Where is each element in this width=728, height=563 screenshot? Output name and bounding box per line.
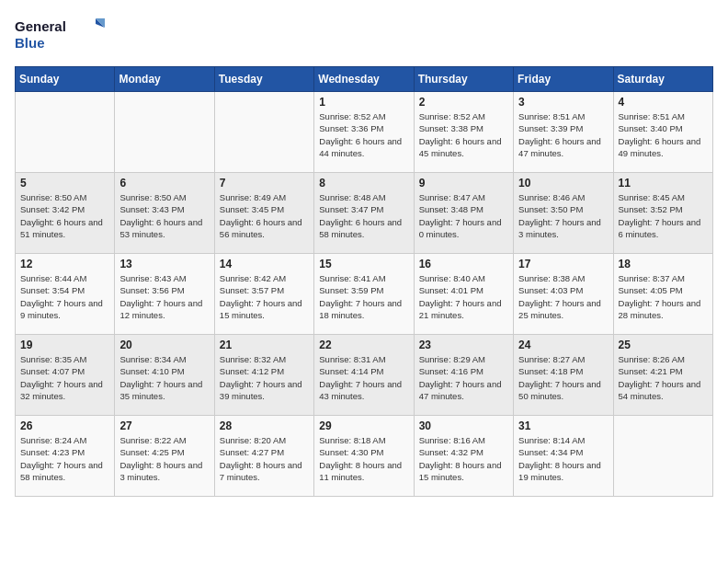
calendar-cell: 14Sunrise: 8:42 AMSunset: 3:57 PMDayligh… xyxy=(214,254,313,335)
header-tuesday: Tuesday xyxy=(214,67,313,92)
day-info: Sunrise: 8:47 AMSunset: 3:48 PMDaylight:… xyxy=(419,191,508,240)
calendar-week-2: 5Sunrise: 8:50 AMSunset: 3:42 PMDaylight… xyxy=(16,173,713,254)
day-number: 6 xyxy=(119,177,209,190)
day-info: Sunrise: 8:37 AMSunset: 4:05 PMDaylight:… xyxy=(619,272,708,321)
calendar-cell: 13Sunrise: 8:43 AMSunset: 3:56 PMDayligh… xyxy=(115,254,214,335)
day-info: Sunrise: 8:29 AMSunset: 4:16 PMDaylight:… xyxy=(419,353,508,402)
day-info: Sunrise: 8:52 AMSunset: 3:38 PMDaylight:… xyxy=(419,110,508,159)
day-number: 17 xyxy=(518,258,608,270)
day-info: Sunrise: 8:50 AMSunset: 3:42 PMDaylight:… xyxy=(20,191,109,240)
calendar-cell: 23Sunrise: 8:29 AMSunset: 4:16 PMDayligh… xyxy=(414,335,513,416)
day-info: Sunrise: 8:44 AMSunset: 3:54 PMDaylight:… xyxy=(20,272,109,321)
calendar-cell: 30Sunrise: 8:16 AMSunset: 4:32 PMDayligh… xyxy=(414,416,513,497)
day-info: Sunrise: 8:32 AMSunset: 4:12 PMDaylight:… xyxy=(220,353,309,402)
svg-text:General: General xyxy=(15,18,66,34)
day-number: 27 xyxy=(119,419,209,432)
day-info: Sunrise: 8:42 AMSunset: 3:57 PMDaylight:… xyxy=(220,272,309,321)
calendar-cell: 19Sunrise: 8:35 AMSunset: 4:07 PMDayligh… xyxy=(16,335,115,416)
page-header: General Blue xyxy=(15,15,713,55)
calendar-cell xyxy=(214,92,313,173)
header-friday: Friday xyxy=(514,67,613,92)
day-number: 24 xyxy=(518,339,608,351)
day-info: Sunrise: 8:46 AMSunset: 3:50 PMDaylight:… xyxy=(518,191,608,240)
day-info: Sunrise: 8:31 AMSunset: 4:14 PMDaylight:… xyxy=(319,353,408,402)
header-wednesday: Wednesday xyxy=(314,67,414,92)
calendar-cell: 25Sunrise: 8:26 AMSunset: 4:21 PMDayligh… xyxy=(613,335,712,416)
day-number: 1 xyxy=(319,96,408,109)
day-number: 29 xyxy=(319,419,408,432)
day-info: Sunrise: 8:43 AMSunset: 3:56 PMDaylight:… xyxy=(119,272,209,321)
day-number: 31 xyxy=(518,419,608,432)
day-info: Sunrise: 8:27 AMSunset: 4:18 PMDaylight:… xyxy=(518,353,608,402)
day-number: 7 xyxy=(220,177,309,190)
calendar-week-1: 1Sunrise: 8:52 AMSunset: 3:36 PMDaylight… xyxy=(16,92,713,173)
calendar-cell: 1Sunrise: 8:52 AMSunset: 3:36 PMDaylight… xyxy=(314,92,414,173)
calendar-cell: 20Sunrise: 8:34 AMSunset: 4:10 PMDayligh… xyxy=(115,335,214,416)
day-info: Sunrise: 8:16 AMSunset: 4:32 PMDaylight:… xyxy=(419,434,508,483)
calendar-cell: 17Sunrise: 8:38 AMSunset: 4:03 PMDayligh… xyxy=(514,254,613,335)
calendar-cell: 26Sunrise: 8:24 AMSunset: 4:23 PMDayligh… xyxy=(16,416,115,497)
day-info: Sunrise: 8:52 AMSunset: 3:36 PMDaylight:… xyxy=(319,110,408,159)
day-info: Sunrise: 8:40 AMSunset: 4:01 PMDaylight:… xyxy=(419,272,508,321)
calendar-header-row: SundayMondayTuesdayWednesdayThursdayFrid… xyxy=(16,67,713,92)
calendar-cell: 8Sunrise: 8:48 AMSunset: 3:47 PMDaylight… xyxy=(314,173,414,254)
day-number: 23 xyxy=(419,339,508,351)
calendar-week-5: 26Sunrise: 8:24 AMSunset: 4:23 PMDayligh… xyxy=(16,416,713,497)
day-info: Sunrise: 8:50 AMSunset: 3:43 PMDaylight:… xyxy=(119,191,209,240)
calendar-cell: 5Sunrise: 8:50 AMSunset: 3:42 PMDaylight… xyxy=(16,173,115,254)
day-number: 28 xyxy=(220,419,309,432)
header-monday: Monday xyxy=(115,67,214,92)
logo: General Blue xyxy=(15,15,107,55)
day-number: 14 xyxy=(220,258,309,270)
day-number: 11 xyxy=(619,177,708,190)
logo-icon: General Blue xyxy=(15,15,107,55)
day-info: Sunrise: 8:45 AMSunset: 3:52 PMDaylight:… xyxy=(619,191,708,240)
calendar-cell: 15Sunrise: 8:41 AMSunset: 3:59 PMDayligh… xyxy=(314,254,414,335)
calendar-cell xyxy=(115,92,214,173)
calendar-cell: 29Sunrise: 8:18 AMSunset: 4:30 PMDayligh… xyxy=(314,416,414,497)
day-info: Sunrise: 8:49 AMSunset: 3:45 PMDaylight:… xyxy=(220,191,309,240)
header-saturday: Saturday xyxy=(613,67,712,92)
day-info: Sunrise: 8:24 AMSunset: 4:23 PMDaylight:… xyxy=(20,434,109,483)
day-info: Sunrise: 8:51 AMSunset: 3:40 PMDaylight:… xyxy=(619,110,708,159)
day-info: Sunrise: 8:14 AMSunset: 4:34 PMDaylight:… xyxy=(518,434,608,483)
calendar-cell: 21Sunrise: 8:32 AMSunset: 4:12 PMDayligh… xyxy=(214,335,313,416)
calendar-cell: 12Sunrise: 8:44 AMSunset: 3:54 PMDayligh… xyxy=(16,254,115,335)
calendar-cell: 27Sunrise: 8:22 AMSunset: 4:25 PMDayligh… xyxy=(115,416,214,497)
day-number: 10 xyxy=(518,177,608,190)
calendar-cell: 4Sunrise: 8:51 AMSunset: 3:40 PMDaylight… xyxy=(613,92,712,173)
calendar-cell: 3Sunrise: 8:51 AMSunset: 3:39 PMDaylight… xyxy=(514,92,613,173)
calendar-cell: 24Sunrise: 8:27 AMSunset: 4:18 PMDayligh… xyxy=(514,335,613,416)
calendar-cell xyxy=(613,416,712,497)
header-sunday: Sunday xyxy=(16,67,115,92)
day-info: Sunrise: 8:38 AMSunset: 4:03 PMDaylight:… xyxy=(518,272,608,321)
day-info: Sunrise: 8:41 AMSunset: 3:59 PMDaylight:… xyxy=(319,272,408,321)
day-number: 20 xyxy=(119,339,209,351)
calendar-cell: 22Sunrise: 8:31 AMSunset: 4:14 PMDayligh… xyxy=(314,335,414,416)
day-number: 13 xyxy=(119,258,209,270)
calendar-cell: 6Sunrise: 8:50 AMSunset: 3:43 PMDaylight… xyxy=(115,173,214,254)
calendar-cell: 11Sunrise: 8:45 AMSunset: 3:52 PMDayligh… xyxy=(613,173,712,254)
calendar-cell: 10Sunrise: 8:46 AMSunset: 3:50 PMDayligh… xyxy=(514,173,613,254)
day-info: Sunrise: 8:20 AMSunset: 4:27 PMDaylight:… xyxy=(220,434,309,483)
day-info: Sunrise: 8:51 AMSunset: 3:39 PMDaylight:… xyxy=(518,110,608,159)
day-number: 9 xyxy=(419,177,508,190)
day-number: 2 xyxy=(419,96,508,109)
day-number: 22 xyxy=(319,339,408,351)
svg-text:Blue: Blue xyxy=(15,35,45,51)
calendar-cell: 18Sunrise: 8:37 AMSunset: 4:05 PMDayligh… xyxy=(613,254,712,335)
calendar-table: SundayMondayTuesdayWednesdayThursdayFrid… xyxy=(15,66,713,497)
day-number: 3 xyxy=(518,96,608,109)
day-info: Sunrise: 8:26 AMSunset: 4:21 PMDaylight:… xyxy=(619,353,708,402)
day-number: 26 xyxy=(20,419,109,432)
day-info: Sunrise: 8:18 AMSunset: 4:30 PMDaylight:… xyxy=(319,434,408,483)
calendar-cell: 9Sunrise: 8:47 AMSunset: 3:48 PMDaylight… xyxy=(414,173,513,254)
calendar-week-3: 12Sunrise: 8:44 AMSunset: 3:54 PMDayligh… xyxy=(16,254,713,335)
day-number: 21 xyxy=(220,339,309,351)
calendar-cell: 16Sunrise: 8:40 AMSunset: 4:01 PMDayligh… xyxy=(414,254,513,335)
day-number: 25 xyxy=(619,339,708,351)
day-info: Sunrise: 8:48 AMSunset: 3:47 PMDaylight:… xyxy=(319,191,408,240)
calendar-cell xyxy=(16,92,115,173)
day-info: Sunrise: 8:34 AMSunset: 4:10 PMDaylight:… xyxy=(119,353,209,402)
header-thursday: Thursday xyxy=(414,67,513,92)
